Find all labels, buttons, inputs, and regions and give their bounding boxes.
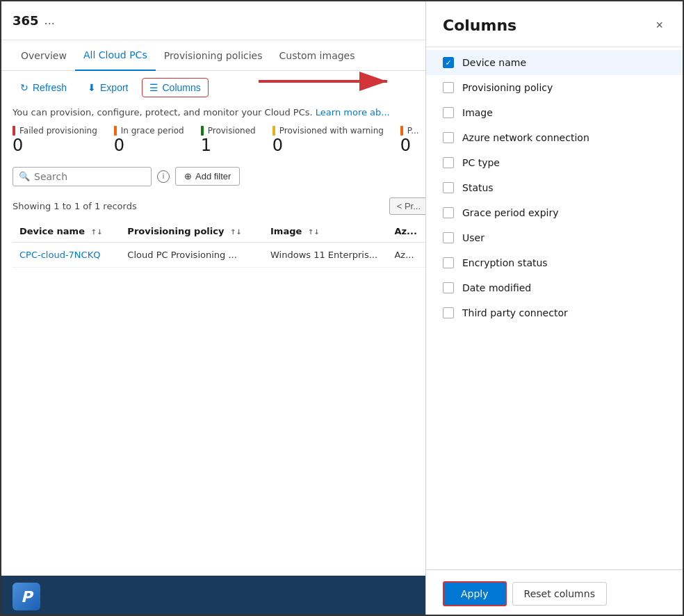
column-label-pc-type: PC type [462,157,500,168]
cell-az: Az... [387,242,428,267]
search-filter-row: 🔍 i ⊕ Add filter [1,167,439,195]
checkbox-grace-period[interactable] [443,207,454,218]
table-header-row: Device name ↑↓ Provisioning policy ↑↓ Im… [13,220,428,243]
add-filter-button[interactable]: ⊕ Add filter [175,167,240,186]
column-item-grace-period[interactable]: Grace period expiry [426,200,683,225]
col-header-device-name[interactable]: Device name ↑↓ [13,220,120,243]
search-icon: 🔍 [19,171,30,181]
cell-image: Windows 11 Enterpris... [263,242,387,267]
data-table: Device name ↑↓ Provisioning policy ↑↓ Im… [13,220,428,268]
cell-provisioning-policy: Cloud PC Provisioning ... [120,242,263,267]
info-text: You can provision, configure, protect, a… [1,104,439,126]
sort-icon-policy: ↑↓ [230,228,242,236]
warning-indicator [272,126,275,136]
close-panel-button[interactable]: × [653,15,666,35]
prev-button[interactable]: < Pr... [389,197,428,215]
checkbox-image[interactable] [443,107,454,118]
sort-icon-device: ↑↓ [91,228,103,236]
apply-button[interactable]: Apply [443,581,507,606]
column-label-encryption: Encryption status [462,257,548,268]
col-header-provisioning-policy[interactable]: Provisioning policy ↑↓ [120,220,263,243]
app-menu[interactable]: ... [44,14,55,27]
column-item-device-name[interactable]: Device name [426,50,683,75]
tabs-container: Overview All Cloud PCs Provisioning poli… [1,40,439,71]
red-arrow [259,67,398,98]
panel-title: Columns [443,17,516,34]
checkbox-device-name[interactable] [443,57,454,68]
column-label-third-party: Third party connector [462,307,568,318]
column-item-pc-type[interactable]: PC type [426,150,683,175]
checkbox-azure-network[interactable] [443,132,454,143]
export-button[interactable]: ⬇ Export [80,78,136,97]
stat-failed-provisioning: Failed provisioning 0 [13,126,97,156]
column-item-image[interactable]: Image [426,100,683,125]
checkbox-third-party[interactable] [443,307,454,318]
checkbox-user[interactable] [443,232,454,243]
export-icon: ⬇ [88,82,96,93]
col-header-image[interactable]: Image ↑↓ [263,220,387,243]
columns-list: Device name Provisioning policy Image Az… [426,47,683,569]
column-item-user[interactable]: User [426,225,683,250]
col-header-az[interactable]: Az... [387,220,428,243]
app-title: 365 [13,13,39,28]
failed-indicator [13,126,15,136]
checkbox-pc-type[interactable] [443,157,454,168]
stats-row: Failed provisioning 0 In grace period 0 … [1,126,439,167]
refresh-icon: ↻ [20,82,28,93]
column-item-date-modified[interactable]: Date modified [426,275,683,300]
column-label-status: Status [462,182,494,193]
tab-all-cloud-pcs[interactable]: All Cloud PCs [75,40,156,71]
tab-overview[interactable]: Overview [13,40,75,71]
stat-provisioned-warning: Provisioned with warning 0 [272,126,384,156]
stat-other: P... 0 [400,126,419,156]
table-row: CPC-cloud-7NCKQ Cloud PC Provisioning ..… [13,242,428,267]
refresh-button[interactable]: ↻ Refresh [13,78,74,97]
column-label-image: Image [462,107,493,118]
bottom-bar: P [1,576,439,616]
tab-provisioning-policies[interactable]: Provisioning policies [156,40,271,71]
column-label-provisioning-policy: Provisioning policy [462,82,553,93]
panel-header: Columns × [426,1,683,47]
column-label-grace-period: Grace period expiry [462,207,558,218]
checkbox-status[interactable] [443,182,454,193]
search-input[interactable] [34,171,131,182]
columns-icon: ☰ [149,82,158,93]
checkbox-provisioning-policy[interactable] [443,82,454,93]
reset-columns-button[interactable]: Reset columns [512,582,607,606]
brand-icon: P [13,583,40,610]
checkbox-encryption[interactable] [443,257,454,268]
stat-grace-period: In grace period 0 [114,126,184,156]
column-item-encryption[interactable]: Encryption status [426,250,683,275]
cell-device-name[interactable]: CPC-cloud-7NCKQ [13,242,120,267]
column-label-date-modified: Date modified [462,282,531,293]
provisioned-indicator [201,126,204,136]
column-item-azure-network[interactable]: Azure network connection [426,125,683,150]
other-indicator [400,126,403,136]
column-item-third-party[interactable]: Third party connector [426,300,683,325]
info-icon[interactable]: i [157,170,170,183]
sort-icon-image: ↑↓ [308,228,320,236]
top-bar: 365 ... [1,1,439,40]
filter-icon: ⊕ [184,171,192,181]
checkbox-date-modified[interactable] [443,282,454,293]
table-container: Device name ↑↓ Provisioning policy ↑↓ Im… [1,220,439,268]
learn-more-link[interactable]: Learn more ab... [316,107,390,117]
columns-button[interactable]: ☰ Columns [142,78,209,97]
column-label-user: User [462,232,484,243]
panel-footer: Apply Reset columns [426,569,683,616]
column-label-azure-network: Azure network connection [462,132,589,143]
column-item-provisioning-policy[interactable]: Provisioning policy [426,75,683,100]
column-label-device-name: Device name [462,57,526,68]
tab-custom-images[interactable]: Custom images [271,40,364,71]
column-item-status[interactable]: Status [426,175,683,200]
grace-indicator [114,126,117,136]
search-box: 🔍 [13,167,152,186]
records-info: Showing 1 to 1 of 1 records < Pr... [1,195,439,220]
columns-panel: Columns × Device name Provisioning polic… [425,1,683,616]
stat-provisioned: Provisioned 1 [201,126,256,156]
